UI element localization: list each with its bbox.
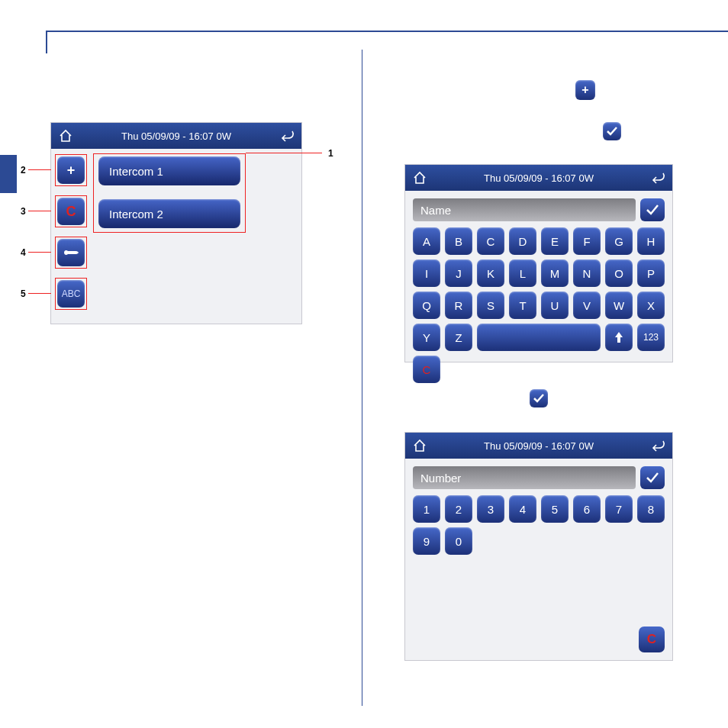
key-p[interactable]: P [637,259,665,287]
callout-number-2: 2 [21,165,26,176]
intercom-2-button[interactable]: Intercom 2 [98,199,240,228]
key-t[interactable]: T [509,292,536,319]
intercom-1-button[interactable]: Intercom 1 [98,156,240,185]
callout-line-1 [246,153,322,153]
key-m[interactable]: M [541,259,569,287]
key-7[interactable]: 7 [605,495,633,523]
key-z[interactable]: Z [445,324,472,351]
wrench-icon [62,247,80,258]
callout-number-4: 4 [21,247,26,258]
numeric-keyboard-panel: Thu 05/09/09 - 16:07 0W Number 1 2 3 4 5… [404,432,673,661]
callout-number-1: 1 [328,148,333,159]
key-clear[interactable]: C [413,356,440,383]
key-a[interactable]: A [413,227,440,255]
key-f[interactable]: F [573,227,601,255]
key-2[interactable]: 2 [445,495,472,523]
number-input[interactable]: Number [413,466,636,489]
confirm-icon-floating-1[interactable] [603,122,621,140]
key-y[interactable]: Y [413,324,440,351]
key-9[interactable]: 9 [413,527,440,555]
key-3[interactable]: 3 [477,495,504,523]
key-v[interactable]: V [573,292,601,319]
key-i[interactable]: I [413,259,440,287]
key-k[interactable]: K [477,259,504,287]
key-space[interactable] [477,324,601,351]
key-b[interactable]: B [445,227,472,255]
header-datetime: Thu 05/09/09 - 16:07 0W [80,130,272,142]
key-q[interactable]: Q [413,292,440,319]
key-j[interactable]: J [445,259,472,287]
confirm-button[interactable] [640,466,665,489]
key-e[interactable]: E [541,227,569,255]
home-button[interactable] [405,433,434,459]
key-8[interactable]: 8 [637,495,665,523]
key-o[interactable]: O [605,259,633,287]
callout-number-5: 5 [21,288,26,299]
name-input[interactable]: Name [413,198,636,221]
callout-line-4 [28,252,51,253]
shift-arrow-icon [614,330,624,344]
key-1[interactable]: 1 [413,495,440,523]
panel-header: Thu 05/09/09 - 16:07 0W [405,433,672,459]
add-button[interactable]: + [57,156,85,184]
numeric-keyboard: 1 2 3 4 5 6 7 8 9 0 [413,495,665,555]
side-button-column: + C ABC [57,156,85,308]
key-shift[interactable] [605,324,633,351]
clear-button[interactable]: C [57,198,85,225]
page-top-border-vert [46,31,47,53]
callout-line-3 [28,211,51,211]
key-c[interactable]: C [477,227,504,255]
panel-header: Thu 05/09/09 - 16:07 0W [51,123,301,149]
key-w[interactable]: W [605,292,633,319]
key-n[interactable]: N [573,259,601,287]
center-divider [362,50,362,706]
key-l[interactable]: L [509,259,536,287]
key-6[interactable]: 6 [573,495,601,523]
page-top-border [46,31,728,32]
back-button[interactable] [643,433,672,459]
header-datetime: Thu 05/09/09 - 16:07 0W [434,172,643,184]
alpha-keyboard: A B C D E F G H I J K L M N O P Q R S T … [413,227,665,383]
confirm-icon-floating-2[interactable] [530,389,548,407]
key-0[interactable]: 0 [445,527,472,555]
callout-number-3: 3 [21,206,26,217]
back-button[interactable] [643,165,672,191]
key-r[interactable]: R [445,292,472,319]
add-icon-floating[interactable]: + [575,80,595,100]
back-button[interactable] [272,123,301,149]
callout-line-5 [28,293,51,294]
home-button[interactable] [405,165,434,191]
confirm-button[interactable] [640,198,665,221]
clear-button[interactable]: C [639,627,665,652]
key-d[interactable]: D [509,227,536,255]
abc-button[interactable]: ABC [57,280,85,308]
callout-line-2 [28,169,51,170]
key-h[interactable]: H [637,227,665,255]
key-4[interactable]: 4 [509,495,536,523]
key-5[interactable]: 5 [541,495,569,523]
page-edge-tab [0,155,17,193]
header-datetime: Thu 05/09/09 - 16:07 0W [434,440,643,452]
key-u[interactable]: U [541,292,569,319]
settings-button[interactable] [57,239,85,266]
key-x[interactable]: X [637,292,665,319]
alpha-keyboard-panel: Thu 05/09/09 - 16:07 0W Name A B C D E F… [404,164,673,362]
home-button[interactable] [51,123,80,149]
key-s[interactable]: S [477,292,504,319]
key-g[interactable]: G [605,227,633,255]
panel-header: Thu 05/09/09 - 16:07 0W [405,165,672,191]
key-123[interactable]: 123 [637,324,665,351]
